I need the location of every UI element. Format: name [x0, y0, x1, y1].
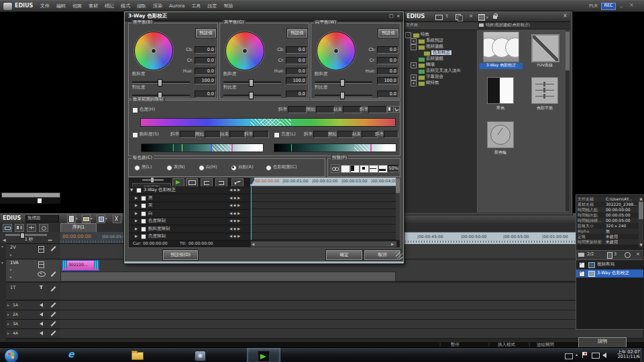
tree-label[interactable]: 特效 [421, 32, 429, 37]
effect-label[interactable]: YUV曲線 [526, 63, 564, 68]
player-seek-strip[interactable] [0, 198, 60, 204]
lane-3a[interactable] [60, 320, 643, 329]
menu-help[interactable]: 幫助 [223, 3, 233, 9]
tree-label[interactable]: 音頻濾鏡 [426, 56, 443, 61]
cb-field[interactable]: 0.0 [377, 46, 398, 54]
expander-icon[interactable]: ▸ [10, 253, 12, 257]
tray-flag-icon[interactable] [582, 352, 588, 358]
lum-limit-checkbox[interactable] [274, 132, 280, 138]
kf-nav-icons[interactable]: ◀ ◆ ▶ [229, 188, 240, 192]
folder-icon[interactable] [435, 15, 443, 20]
tree-label[interactable]: 系統預設 [426, 38, 443, 43]
palette-scrollbar-thumb[interactable] [566, 32, 570, 70]
expander-icon[interactable]: ▶ [135, 196, 138, 200]
open-project-icon[interactable] [82, 215, 91, 223]
kf-nav-icons[interactable]: ◀ ◆ ▶ [229, 211, 240, 215]
color-balance-thumbnail[interactable] [531, 77, 558, 104]
contrast-field[interactable]: 0.0 [286, 90, 307, 98]
lum-slope-end-field[interactable] [384, 131, 398, 138]
saturation-field[interactable]: 100.0 [286, 77, 307, 84]
radio-black-label[interactable]: 黑(L) [142, 165, 152, 170]
lane-1a[interactable] [60, 301, 643, 310]
collapse-arrow-icon[interactable]: ▾ [1, 245, 3, 249]
tree-expander[interactable]: + [411, 62, 417, 68]
track-header-1a[interactable]: ▸ 1A [6, 301, 60, 310]
effect-label[interactable]: 色彩平衡 [526, 106, 564, 111]
yuv-curve-thumbnail[interactable] [531, 34, 559, 62]
sat-end-field[interactable] [229, 131, 246, 138]
saturation-field[interactable]: 100.0 [195, 77, 216, 84]
expander-icon[interactable]: ▸ [7, 303, 9, 307]
view-dropdown-icon[interactable]: ▾ [486, 15, 488, 19]
effect-item-color-wheel[interactable]: 顏色輪 [482, 121, 521, 159]
saturation-slider-thumb[interactable] [158, 79, 162, 86]
scroll-down-icon[interactable]: ▼ [639, 243, 643, 247]
expander-icon[interactable]: ▶ [135, 219, 138, 223]
snap-icon[interactable] [39, 224, 48, 232]
kf-row-gray[interactable]: ▶ 灰 ◀ ◆ ▶ [129, 202, 250, 210]
clip-in-edge[interactable] [62, 261, 67, 269]
filter-remove-icon[interactable]: × [636, 251, 640, 257]
checkbox-checked[interactable]: ✓ [579, 271, 585, 277]
black-preset-button[interactable]: 預設值 [196, 29, 216, 38]
gray-wheel-center-handle[interactable] [242, 48, 248, 54]
clip-out-edge[interactable] [94, 261, 99, 269]
white-wheel-center-handle[interactable] [333, 48, 339, 54]
new-sequence-dropdown-icon[interactable]: ▾ [76, 217, 78, 221]
kf-row-white[interactable]: ▶ 白 ◀ ◆ ▶ [129, 210, 250, 218]
lane-2a[interactable] [60, 310, 643, 320]
insert-overwrite-icon[interactable] [27, 224, 36, 232]
lane-1va-audio[interactable] [60, 271, 643, 282]
kf-checkbox[interactable] [141, 203, 146, 208]
tray-clock[interactable]: 上午 02:07 2011/11/6 [609, 350, 640, 360]
saturation-field[interactable]: 100.0 [377, 77, 398, 84]
kf-playhead-line[interactable] [251, 186, 252, 240]
taskbar-item-explorer[interactable] [121, 348, 153, 362]
radio-gray[interactable] [166, 165, 172, 171]
timeline-ruler-left[interactable]: 00:00:00:00 |00:00:05;00 [60, 232, 124, 244]
track-header-3a[interactable]: ▸ 3A [6, 320, 60, 329]
hue-end-field[interactable] [343, 106, 362, 113]
white-preset-button[interactable]: 預設值 [378, 29, 398, 38]
mono-thumbnail[interactable] [487, 77, 514, 104]
kf-checkbox[interactable] [141, 227, 146, 232]
taskbar-item-media[interactable] [184, 348, 216, 362]
menu-tools[interactable]: 工具 [191, 3, 201, 9]
pen-icon[interactable] [51, 286, 56, 292]
kf-playhead-marker[interactable] [250, 178, 254, 184]
tree-expander[interactable]: + [411, 74, 417, 80]
effect-label-selected[interactable]: 3-Way 色彩校正 [480, 63, 523, 69]
save-project-icon[interactable] [97, 215, 105, 223]
player-progress-bar[interactable] [1, 192, 60, 198]
cr-field[interactable]: 0.0 [195, 57, 216, 64]
hue-field[interactable]: 0.0 [195, 68, 216, 75]
menu-capture[interactable]: 擷取 [137, 3, 146, 9]
source-channel-icon[interactable] [38, 261, 44, 268]
speaker-icon[interactable] [40, 312, 43, 316]
radio-auto-label[interactable]: 自動(A) [238, 165, 254, 170]
menu-mode[interactable]: 模式 [121, 3, 130, 9]
palette-scrollbar[interactable] [566, 30, 570, 211]
palette-titlebar[interactable]: EDIUS t × ▾ × [403, 12, 570, 22]
tray-speaker-icon[interactable] [602, 353, 606, 358]
effect-label[interactable]: 單色 [482, 106, 519, 111]
speaker-icon[interactable] [40, 303, 43, 307]
hue-field[interactable]: 0.0 [286, 68, 307, 75]
effect-item-3way[interactable]: 3-Way 色彩校正 [482, 32, 521, 70]
effect-item-mono[interactable]: 單色 [482, 77, 521, 115]
scroll-up-icon[interactable]: ▲ [639, 196, 643, 200]
info-scrollbar-thumb[interactable] [639, 202, 643, 219]
move-up-icon[interactable]: t [446, 13, 448, 19]
menu-marker[interactable]: 標記 [105, 3, 114, 9]
open-dropdown-icon[interactable]: ▾ [91, 217, 93, 221]
lane-4a[interactable] [60, 329, 643, 339]
menu-aurora[interactable]: Aurora [169, 3, 184, 9]
folder-icon[interactable] [578, 253, 584, 257]
kf-horizontal-scrollbar[interactable]: ◀ ▶ [250, 241, 397, 247]
timeline-zoom-slider[interactable] [5, 234, 47, 236]
hue-slope-end-field[interactable] [368, 106, 387, 113]
kf-checkbox[interactable] [136, 188, 142, 193]
expander-icon[interactable]: ▶ [135, 203, 138, 207]
kf-nav-icons[interactable]: ◀ ◆ ▶ [229, 219, 240, 223]
radio-white[interactable] [199, 165, 205, 171]
